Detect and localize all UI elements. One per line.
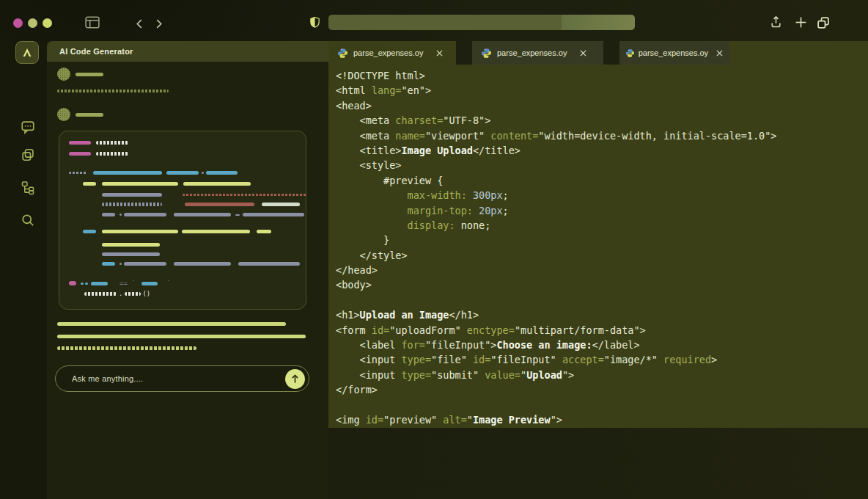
- ai-code-generator-panel: AI Code Generator ==``.(): [47, 41, 328, 499]
- skeleton-token: `: [166, 281, 170, 285]
- skeleton-token: `: [132, 281, 136, 285]
- skeleton-token: [83, 230, 96, 233]
- skeleton-token: [81, 283, 84, 285]
- tab-parse-expenses-2[interactable]: parse_expenses.oy: [472, 41, 603, 65]
- skeleton-token: [243, 213, 304, 216]
- skeleton-line: [57, 90, 169, 92]
- skeleton-token: [102, 213, 115, 216]
- back-chevron-icon[interactable]: [134, 18, 144, 29]
- skeleton-token: [238, 262, 300, 266]
- skeleton-token: [257, 230, 271, 233]
- skeleton-token: [84, 292, 117, 296]
- forward-chevron-icon[interactable]: [154, 18, 164, 29]
- python-icon: [481, 48, 492, 59]
- skeleton-token: [206, 171, 238, 175]
- skeleton-line: [76, 73, 103, 76]
- skeleton-token: [125, 292, 141, 296]
- skeleton-token: (): [142, 291, 150, 296]
- tab-gap: [456, 41, 472, 65]
- python-icon: [337, 48, 348, 59]
- skeleton-token: [102, 252, 160, 256]
- skeleton-token: [102, 203, 162, 206]
- skeleton-line: [76, 113, 103, 117]
- skeleton-token: [69, 152, 91, 156]
- skeleton-token: [174, 213, 231, 216]
- avatar: [57, 68, 70, 81]
- traffic-light-close[interactable]: [13, 18, 23, 28]
- skeleton-line: [57, 322, 286, 326]
- tab-gap: [603, 41, 619, 65]
- tabs-overview-icon[interactable]: [815, 15, 831, 31]
- ask-input-pill[interactable]: [55, 365, 309, 392]
- panel-title: AI Code Generator: [59, 47, 133, 56]
- skeleton-token: [182, 230, 250, 233]
- copy-icon[interactable]: [20, 147, 36, 163]
- skeleton-token: [69, 172, 87, 174]
- skeleton-token: [166, 171, 199, 175]
- skeleton-token: [119, 214, 122, 216]
- share-icon[interactable]: [768, 15, 783, 29]
- close-icon[interactable]: [715, 48, 724, 58]
- skeleton-token: [235, 214, 240, 216]
- left-rail: [0, 41, 47, 499]
- editor: parse_expenses.oy parse_expenses.oy: [328, 41, 868, 428]
- skeleton-token: [183, 194, 306, 196]
- skeleton-token: [69, 281, 76, 285]
- skeleton-token: [102, 193, 162, 197]
- tab-parse-expenses-3[interactable]: parse_expenses.oy: [619, 41, 729, 65]
- tab-label: parse_expenses.oy: [497, 48, 567, 57]
- skeleton-token: [102, 243, 160, 247]
- skeleton-token: [96, 152, 129, 156]
- app-logo[interactable]: [15, 41, 39, 64]
- tab-bar: parse_expenses.oy parse_expenses.oy: [328, 41, 868, 65]
- skeleton-token: [102, 182, 178, 186]
- python-icon: [625, 48, 635, 59]
- topbar: [0, 0, 868, 41]
- close-icon[interactable]: [434, 48, 444, 58]
- tab-parse-expenses-1[interactable]: parse_expenses.oy: [328, 41, 456, 65]
- skeleton-token: [102, 262, 115, 266]
- address-bar[interactable]: [328, 15, 635, 30]
- code-skeleton-card: ==``.(): [59, 131, 306, 310]
- send-button[interactable]: [285, 369, 305, 389]
- skeleton-token: [183, 182, 251, 186]
- skeleton-token: ==: [119, 281, 128, 285]
- skeleton-token: [124, 213, 166, 216]
- skeleton-token: [262, 203, 300, 206]
- skeleton-line: [57, 346, 196, 350]
- skeleton-token: [174, 262, 231, 266]
- skeleton-token: [202, 172, 204, 174]
- address-input[interactable]: [328, 15, 635, 30]
- skeleton-token: [83, 182, 96, 186]
- skeleton-token: [69, 141, 91, 145]
- skeleton-token: [185, 203, 254, 206]
- layout-sidebar-icon[interactable]: [84, 15, 100, 29]
- traffic-light-minimize[interactable]: [28, 18, 37, 28]
- skeleton-token: [93, 171, 162, 175]
- skeleton-token: [96, 141, 129, 145]
- skeleton-token: .: [119, 291, 122, 296]
- skeleton-line: [57, 335, 306, 338]
- search-icon[interactable]: [20, 212, 36, 228]
- tab-label: parse_expenses.oy: [639, 48, 708, 57]
- skeleton-token: [141, 282, 158, 285]
- skeleton-token: [119, 263, 122, 265]
- new-tab-icon[interactable]: [793, 15, 808, 29]
- skeleton-token: [102, 230, 178, 233]
- tab-label: parse_expenses.oy: [353, 48, 423, 57]
- skeleton-token: [124, 262, 166, 266]
- code-area[interactable]: <!DOCTYPE html><html lang="en"><head> <m…: [328, 65, 868, 428]
- skeleton-token: [85, 283, 88, 285]
- avatar: [57, 108, 70, 121]
- shield-icon[interactable]: [309, 15, 321, 29]
- chat-icon[interactable]: [20, 119, 36, 135]
- close-icon[interactable]: [578, 48, 588, 58]
- flow-icon[interactable]: [20, 180, 36, 196]
- arrow-up-icon: [290, 374, 300, 384]
- panel-header: AI Code Generator: [47, 41, 328, 62]
- skeleton-token: [91, 282, 108, 285]
- traffic-light-maximize[interactable]: [43, 18, 52, 28]
- ask-input[interactable]: [72, 366, 285, 391]
